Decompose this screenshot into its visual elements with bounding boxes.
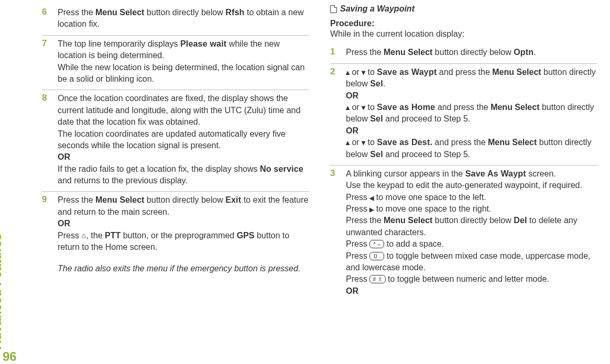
text: and press the xyxy=(432,138,488,147)
text: and returns to the previous display. xyxy=(58,176,188,185)
text: Menu Select xyxy=(488,138,537,147)
exit-note: The radio also exits the menu if the eme… xyxy=(58,263,309,274)
section-label: Advanced Features xyxy=(0,234,4,349)
text: button directly below xyxy=(432,48,514,57)
step: 9Press the Menu Select button directly b… xyxy=(42,192,309,258)
step-number: 7 xyxy=(42,38,51,85)
text: Please wait xyxy=(180,39,226,48)
up-arrow-icon xyxy=(346,103,350,112)
text: No service xyxy=(260,164,303,173)
section-title-saving-waypoint: Saving a Waypoint xyxy=(330,4,597,14)
step-body: or to Save as Waypt and press the Menu S… xyxy=(346,67,597,160)
section-title-text: Saving a Waypoint xyxy=(340,4,415,14)
step-number: 3 xyxy=(330,168,340,297)
text: While the new location is being determin… xyxy=(58,63,304,83)
step: 2 or to Save as Waypt and press the Menu… xyxy=(330,64,597,166)
text: Press the xyxy=(346,48,384,57)
text: OR xyxy=(346,286,358,295)
text: Menu Select xyxy=(384,48,432,57)
text: Sel xyxy=(370,114,383,123)
step-body: Press the Menu Select button directly be… xyxy=(58,7,309,30)
procedure-description: While in the current location display: xyxy=(330,28,597,40)
text: Optn xyxy=(514,48,533,57)
text: Press xyxy=(346,251,369,260)
up-arrow-icon xyxy=(346,138,350,147)
step: 1Press the Menu Select button directly b… xyxy=(330,44,597,63)
text: GPS xyxy=(237,231,255,240)
step-number: 6 xyxy=(42,7,51,30)
text: Press xyxy=(346,274,369,283)
text: OR xyxy=(346,91,358,100)
step: 7The top line temporarily displays Pleas… xyxy=(42,36,309,91)
text: Menu Select xyxy=(384,216,432,225)
step-body: A blinking cursor appears in the Save As… xyxy=(346,168,597,297)
document-icon xyxy=(330,5,337,13)
page-number: 96 xyxy=(3,349,17,364)
text: Rfsh xyxy=(225,8,244,17)
text: OR xyxy=(58,152,70,161)
text: Save as Home xyxy=(377,103,435,112)
text: or xyxy=(350,103,362,112)
text: or xyxy=(350,138,362,147)
text: and press the xyxy=(437,68,492,76)
keypad-key: 0 . xyxy=(369,252,384,260)
text: to xyxy=(365,138,377,147)
step-body: Press the Menu Select button directly be… xyxy=(346,47,597,58)
text: Menu Select xyxy=(95,195,144,204)
text: to move one space to the left. xyxy=(374,193,486,202)
step-number: 2 xyxy=(330,67,340,160)
step-body: Press the Menu Select button directly be… xyxy=(58,194,309,253)
text: button, or the preprogrammed xyxy=(121,231,236,240)
text: to toggle between numeric and letter mod… xyxy=(386,274,549,283)
step-number: 1 xyxy=(330,47,340,58)
text: If the radio fails to get a location fix… xyxy=(58,164,260,173)
text: , the xyxy=(86,231,105,240)
step-number: 9 xyxy=(42,194,51,253)
text: Menu Select xyxy=(491,103,539,112)
text: to xyxy=(365,68,377,76)
text: PTT xyxy=(105,231,121,240)
up-arrow-icon xyxy=(346,68,350,76)
text: Sel xyxy=(370,79,383,88)
text: Del xyxy=(514,216,527,225)
text: button directly below xyxy=(144,8,225,17)
text: or xyxy=(350,68,362,76)
text: to move one space to the right. xyxy=(374,204,491,213)
text: Press the xyxy=(58,195,95,204)
text: Press xyxy=(346,239,369,248)
text: Press xyxy=(346,204,369,213)
step-body: The top line temporarily displays Please… xyxy=(58,38,309,85)
text: and proceed to Step 5. xyxy=(383,150,470,159)
text: Use the keypad to edit the auto-generate… xyxy=(346,181,582,190)
text: OR xyxy=(346,126,358,135)
step: 3A blinking cursor appears in the Save A… xyxy=(330,166,597,302)
text: Press the xyxy=(58,8,95,17)
text: The top line temporarily displays xyxy=(58,39,180,48)
text: button directly below xyxy=(144,195,225,204)
text: A blinking cursor appears in the xyxy=(346,169,465,178)
text: . xyxy=(533,48,536,57)
text: and proceed to Step 5. xyxy=(383,114,470,123)
keypad-key: * – xyxy=(369,240,384,248)
text: and press the xyxy=(435,103,491,112)
text: Menu Select xyxy=(95,8,144,17)
step: 6Press the Menu Select button directly b… xyxy=(42,4,309,36)
text: Menu Select xyxy=(492,68,541,76)
step-number: 8 xyxy=(42,93,51,186)
right-column: Saving a Waypoint Procedure: While in th… xyxy=(330,4,597,354)
left-column: 6Press the Menu Select button directly b… xyxy=(42,4,309,354)
text: to xyxy=(365,103,377,112)
procedure-label: Procedure: xyxy=(330,19,597,28)
text: Press xyxy=(58,231,81,240)
text: Press xyxy=(346,193,369,202)
text: Exit xyxy=(225,195,241,204)
text: OR xyxy=(58,219,70,228)
text: to add a space. xyxy=(384,239,444,248)
text: . xyxy=(383,79,385,88)
text: Save as Waypt xyxy=(377,68,437,76)
step-body: Once the location coordinates are fixed,… xyxy=(58,93,309,186)
text: Once the location coordinates are fixed,… xyxy=(58,94,300,126)
text: Save As Waypt xyxy=(465,169,526,178)
text: Sel xyxy=(370,150,383,159)
text: The location coordinates are updated aut… xyxy=(58,129,286,150)
